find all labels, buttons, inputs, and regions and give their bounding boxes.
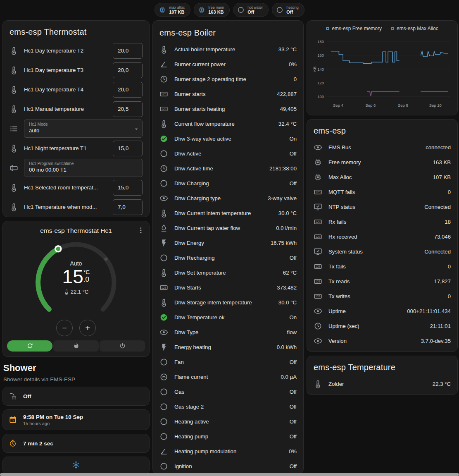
circle-outline-icon	[159, 462, 168, 471]
entity-row[interactable]: Dhw Set temperature62 °C	[153, 265, 303, 280]
entity-row[interactable]: 123Rx received73,046	[307, 229, 457, 244]
badge-hot-water[interactable]: hot waterOff	[233, 3, 269, 17]
check-circle-icon	[159, 134, 168, 143]
badge-heating[interactable]: heatingOff	[272, 3, 304, 17]
flash-icon	[159, 239, 168, 247]
entity-row[interactable]: FanOff	[153, 354, 303, 369]
thermometer-icon	[159, 298, 168, 307]
clock-icon	[159, 164, 168, 173]
entity-row[interactable]: Current flow temperature32.4 °C	[153, 116, 303, 131]
entity-row[interactable]: Dhw Typeflow	[153, 325, 303, 340]
increase-temp-button[interactable]: +	[79, 320, 96, 336]
entity-row[interactable]: Free memory163 KB	[307, 155, 457, 170]
entity-row[interactable]: Heating pumpOff	[153, 429, 303, 444]
entity-row[interactable]: Burner current power0%	[153, 57, 303, 72]
entity-row[interactable]: Dhw RechargingOff	[153, 250, 303, 265]
entity-row[interactable]: 123Tx writes0	[307, 289, 457, 304]
entity-row[interactable]: Dhw Current tap water flow0.0 l/min	[153, 220, 303, 235]
entity-row[interactable]: EMS Busconnected	[307, 140, 457, 155]
entity-row[interactable]: Actual boiler temperature33.2 °C	[153, 42, 303, 57]
entity-label: Dhw Temperature ok	[174, 314, 283, 321]
entity-row[interactable]: Energy heating0.0 kWh	[153, 340, 303, 354]
entity-label: Uptime	[328, 308, 401, 314]
entity-row[interactable]: Heating activeOff	[153, 414, 303, 429]
entity-value: Off	[290, 255, 297, 261]
entity-row[interactable]: Dhw Temperature okOn	[153, 310, 303, 325]
entity-row[interactable]: 123Burner starts heating49,405	[153, 101, 303, 116]
entity-value: 73,046	[434, 234, 451, 240]
entity-row[interactable]: 123Tx reads17,827	[307, 274, 457, 289]
topbar: max alloc107 KBfree mem163 KBhot waterOf…	[0, 0, 459, 19]
thermostat-dial[interactable]: Auto 15 °C .0 22.1 °C	[30, 236, 122, 317]
entity-row[interactable]: Dhw Current intern temperature30.0 °C	[153, 206, 303, 220]
legend-item[interactable]: ems-esp Max Alloc	[391, 26, 438, 31]
mode-auto-button[interactable]	[7, 340, 52, 352]
more-options-icon[interactable]	[137, 226, 145, 234]
entity-row[interactable]: 123Rx fails18	[307, 214, 457, 229]
entity-label: Tx writes	[328, 293, 442, 299]
entity-row[interactable]: Heating pump modulation0%	[153, 444, 303, 459]
decrease-temp-button[interactable]: −	[56, 320, 73, 336]
legend-item[interactable]: ems-esp Free memory	[326, 26, 382, 31]
entity-value: On	[289, 136, 297, 142]
entity-row[interactable]: Dhw Active time2181:38:00	[153, 161, 303, 176]
entity-row[interactable]: 123Tx fails0	[307, 259, 457, 274]
card-title: ems-esp Thermostat	[3, 21, 149, 41]
entity-row[interactable]: Dhw Charging type3-way valve	[153, 191, 303, 206]
entity-row[interactable]: IgnitionOff	[153, 459, 303, 474]
entity-row[interactable]: Uptime000+21:11:01.434	[307, 304, 457, 318]
entity-row[interactable]: Burner stage 2 operating time0	[153, 72, 303, 86]
entity-row[interactable]: Gas stage 2Off	[153, 399, 303, 414]
circle-outline-icon	[159, 254, 168, 262]
entity-label: Burner starts heating	[174, 106, 274, 112]
entity-value: On	[289, 314, 297, 321]
shower-duration-card[interactable]: 7 min 2 sec	[2, 434, 150, 453]
entity-row[interactable]: 123Burner starts422,887	[153, 86, 303, 101]
svg-text:123: 123	[315, 191, 321, 194]
entity-row[interactable]: Uptime (sec)21:11:01	[307, 318, 457, 333]
mode-heat-button[interactable]	[53, 340, 99, 352]
entity-row[interactable]: 123MQTT fails0	[307, 184, 457, 199]
entity-row[interactable]: Max Alloc107 KB	[307, 170, 457, 184]
entity-row[interactable]: Dhw ActiveOff	[153, 146, 303, 161]
entity-label: Burner starts	[174, 91, 271, 97]
shower-section-header: Shower Shower details via EMS-ESP	[3, 363, 149, 383]
boiler-card: ems-esp Boiler Actual boiler temperature…	[152, 20, 304, 474]
entity-row[interactable]: Dhw ChargingOff	[153, 176, 303, 191]
number-input[interactable]: 20,5	[113, 101, 143, 117]
entity-row[interactable]: Dhw Storage intern temperature30.0 °C	[153, 295, 303, 310]
thermometer-icon	[159, 120, 168, 128]
svg-text:Sep 4: Sep 4	[333, 103, 343, 108]
entity-row[interactable]: 123Dhw Starts373,482	[153, 280, 303, 295]
entity-label: Dhw Current tap water flow	[174, 225, 270, 231]
temp-stepper: − +	[3, 320, 149, 336]
entity-row[interactable]: Dhw 3-way valve activeOn	[153, 131, 303, 146]
number-input[interactable]: 20,0	[113, 43, 143, 59]
shower-state-card[interactable]: Off	[2, 387, 150, 406]
number-input[interactable]: 7,0	[113, 199, 143, 215]
entity-row[interactable]: Version3.7.0-dev.35	[307, 333, 457, 348]
entity-row[interactable]: NTP statusConnected	[307, 199, 457, 214]
shower-last-time-card[interactable]: 9:58 PM on Tue 10 Sep 15 hours ago	[2, 409, 150, 430]
horizontal-scrollbar[interactable]	[0, 473, 459, 476]
entity-row[interactable]: Dhw Energy16.75 kWh	[153, 235, 303, 250]
eye-icon	[314, 143, 322, 152]
badge-max-alloc[interactable]: max alloc107 KB	[155, 3, 190, 17]
cold-shot-card[interactable]	[2, 457, 150, 475]
entity-row[interactable]: Flame current0.0 µA	[153, 369, 303, 384]
entity-row[interactable]: GasOff	[153, 384, 303, 399]
thermometer-icon	[10, 203, 18, 211]
number-input[interactable]: 15,0	[113, 141, 143, 156]
badge-free-mem[interactable]: free mem163 KB	[194, 3, 230, 17]
number-input[interactable]: 20,0	[113, 82, 143, 98]
number-input[interactable]: 20,0	[113, 62, 143, 78]
entity-value: 000+21:11:01.434	[407, 308, 451, 314]
text-field[interactable]: Hc1 Program switchtime00 mo 00:00 T1	[24, 159, 143, 177]
counter-icon: 123	[314, 188, 322, 196]
entity-row[interactable]: Zolder22.3 °C	[307, 376, 457, 391]
number-input[interactable]: 15,0	[113, 180, 143, 196]
entity-row[interactable]: System statusConnected	[307, 244, 457, 259]
memory-history-chart[interactable]: 100120140160180Sep 4Sep 6Sep 8Sep 10KB	[312, 34, 452, 112]
mode-off-button[interactable]	[100, 340, 145, 352]
mode-select[interactable]: Hc1 Modeauto	[24, 120, 143, 138]
